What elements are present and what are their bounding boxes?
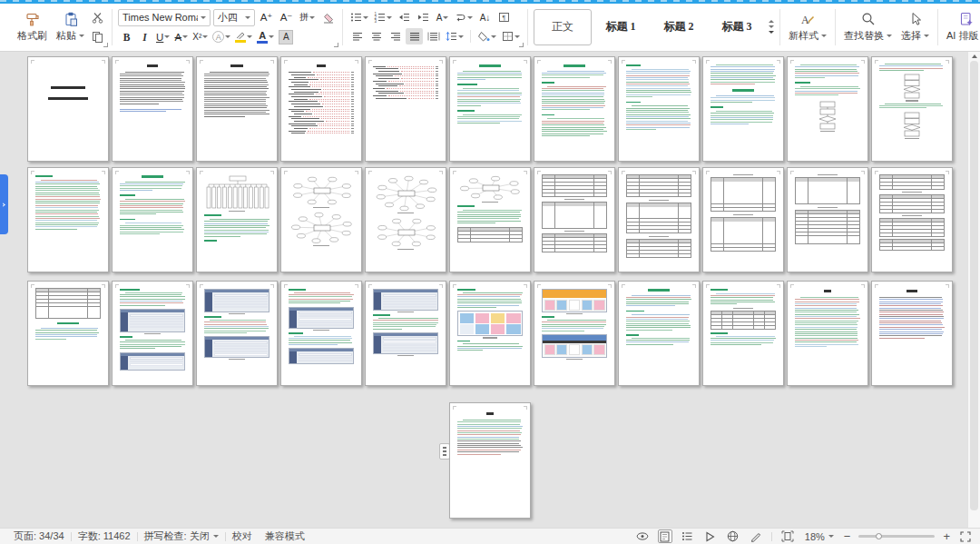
align-right-button[interactable] bbox=[387, 28, 404, 45]
page-thumbnail[interactable] bbox=[618, 167, 700, 272]
zoom-in-button[interactable]: + bbox=[943, 532, 950, 541]
page-thumbnail[interactable] bbox=[449, 281, 531, 386]
clear-format-button[interactable] bbox=[319, 9, 337, 25]
scrollbar-thumb[interactable] bbox=[970, 61, 978, 510]
page-thumbnail[interactable] bbox=[365, 167, 446, 272]
page-thumbnail[interactable] bbox=[280, 167, 362, 272]
page-thumbnail[interactable] bbox=[787, 281, 868, 386]
scroll-up-arrow-icon[interactable] bbox=[972, 54, 977, 58]
outline-view-icon[interactable] bbox=[681, 529, 695, 543]
page-thumbnail[interactable] bbox=[365, 56, 446, 162]
page-indicator[interactable]: 页面: 34/34 bbox=[7, 529, 71, 543]
vertical-scrollbar[interactable] bbox=[967, 52, 980, 528]
page-thumbnail[interactable] bbox=[112, 167, 193, 272]
page-thumbnail[interactable] bbox=[871, 281, 953, 386]
decrease-indent-button[interactable] bbox=[396, 9, 413, 25]
ink-annotation-icon[interactable] bbox=[749, 529, 763, 543]
cut-button[interactable] bbox=[89, 9, 106, 25]
page-thumbnail[interactable] bbox=[365, 281, 446, 386]
page-thumbnail[interactable] bbox=[449, 56, 531, 162]
page-thumbnail[interactable] bbox=[618, 281, 700, 386]
paste-button[interactable]: 粘贴 bbox=[52, 6, 89, 48]
find-replace-button[interactable]: 查找替换 bbox=[839, 6, 897, 48]
grow-font-button[interactable]: A⁺ bbox=[258, 9, 275, 25]
highlight-color-button[interactable] bbox=[233, 29, 254, 45]
new-style-button[interactable]: A 新样式 bbox=[784, 6, 831, 48]
align-left-button[interactable] bbox=[348, 28, 366, 45]
word-count[interactable]: 字数: 11462 bbox=[72, 529, 137, 543]
page-thumbnail[interactable] bbox=[196, 167, 278, 272]
navigation-pane-tab[interactable] bbox=[0, 174, 8, 234]
page-thumbnail[interactable] bbox=[27, 281, 109, 386]
text-direction-button[interactable] bbox=[453, 9, 475, 25]
spellcheck-status[interactable]: 拼写检查: 关闭 bbox=[138, 529, 225, 543]
style-heading3[interactable]: 标题 3 bbox=[708, 9, 766, 45]
clipboard-dialog-launcher[interactable] bbox=[103, 43, 108, 47]
web-layout-icon[interactable] bbox=[726, 529, 740, 543]
page-thumbnail[interactable] bbox=[702, 56, 784, 162]
superscript-button[interactable]: X² bbox=[191, 29, 210, 45]
zoom-percent[interactable]: 18% bbox=[803, 531, 836, 542]
page-thumbnail[interactable] bbox=[112, 281, 193, 386]
page-thumbnail[interactable] bbox=[280, 281, 362, 386]
justify-button[interactable] bbox=[406, 28, 423, 45]
page-thumbnail[interactable] bbox=[534, 167, 615, 272]
page-thumbnail[interactable] bbox=[871, 56, 953, 162]
increase-indent-button[interactable] bbox=[415, 9, 432, 25]
document-canvas[interactable] bbox=[0, 52, 980, 528]
select-button[interactable]: 选择 bbox=[897, 6, 934, 48]
page-thumbnail[interactable] bbox=[196, 56, 278, 162]
style-heading1[interactable]: 标题 1 bbox=[592, 9, 650, 45]
page-thumbnail[interactable] bbox=[449, 402, 531, 519]
page-thumbnail[interactable] bbox=[534, 281, 615, 386]
underline-button[interactable]: U bbox=[154, 29, 172, 45]
zoom-slider-thumb[interactable] bbox=[876, 533, 882, 539]
pinyin-guide-button[interactable]: 拼 bbox=[298, 9, 317, 25]
page-thumbnail[interactable] bbox=[27, 167, 109, 272]
ai-typeset-button[interactable]: AI 排版 bbox=[942, 6, 980, 48]
page-thumbnail[interactable] bbox=[702, 167, 784, 272]
bold-button[interactable]: B bbox=[118, 29, 135, 45]
page-thumbnail[interactable] bbox=[112, 56, 193, 162]
zoom-slider[interactable] bbox=[858, 535, 935, 537]
zoom-out-button[interactable]: − bbox=[844, 532, 851, 541]
italic-button[interactable]: I bbox=[136, 29, 153, 45]
page-thumbnail[interactable] bbox=[534, 56, 615, 162]
read-mode-icon[interactable] bbox=[703, 529, 718, 543]
page-thumbnail[interactable] bbox=[618, 56, 700, 162]
strikethrough-button[interactable]: A bbox=[172, 29, 190, 45]
styles-scroll-down[interactable] bbox=[769, 25, 774, 28]
line-spacing-button[interactable] bbox=[444, 28, 466, 45]
text-effects-button[interactable]: A bbox=[211, 29, 232, 45]
font-size-combobox[interactable]: 小四 bbox=[213, 9, 255, 26]
page-thumbnail[interactable] bbox=[449, 167, 531, 272]
numbering-button[interactable]: 123 bbox=[372, 9, 394, 25]
chinese-layout-button[interactable]: A bbox=[434, 9, 451, 25]
page-thumbnail[interactable] bbox=[196, 281, 278, 386]
paragraph-dialog-launcher[interactable] bbox=[519, 43, 524, 47]
page-thumbnail[interactable] bbox=[871, 167, 953, 272]
styles-scroll-up[interactable] bbox=[769, 20, 774, 23]
styles-more-button[interactable] bbox=[769, 31, 774, 34]
page-thumbnail[interactable] bbox=[27, 56, 109, 162]
page-thumbnail[interactable] bbox=[702, 281, 784, 386]
show-marks-button[interactable]: ¶ bbox=[495, 9, 513, 25]
font-name-combobox[interactable]: Times New Roman bbox=[118, 9, 211, 26]
bullets-button[interactable] bbox=[348, 9, 370, 25]
page-view-icon[interactable] bbox=[658, 529, 672, 543]
style-normal[interactable]: 正文 bbox=[534, 9, 592, 45]
align-center-button[interactable] bbox=[368, 28, 385, 45]
font-dialog-launcher[interactable] bbox=[334, 43, 338, 47]
character-shading-button[interactable]: A bbox=[277, 29, 295, 45]
sort-button[interactable]: A↓ bbox=[476, 9, 494, 25]
shading-button[interactable] bbox=[475, 28, 498, 45]
page-thumbnail[interactable] bbox=[787, 167, 868, 272]
fit-page-icon[interactable] bbox=[780, 529, 795, 543]
page-thumbnail[interactable] bbox=[280, 56, 362, 162]
style-heading2[interactable]: 标题 2 bbox=[650, 9, 708, 45]
distribute-button[interactable] bbox=[425, 28, 442, 45]
eye-protection-icon[interactable] bbox=[635, 529, 650, 543]
format-painter-button[interactable]: 格式刷 bbox=[13, 6, 52, 48]
shrink-font-button[interactable]: A⁻ bbox=[278, 9, 295, 25]
page-thumbnail[interactable] bbox=[787, 56, 868, 162]
